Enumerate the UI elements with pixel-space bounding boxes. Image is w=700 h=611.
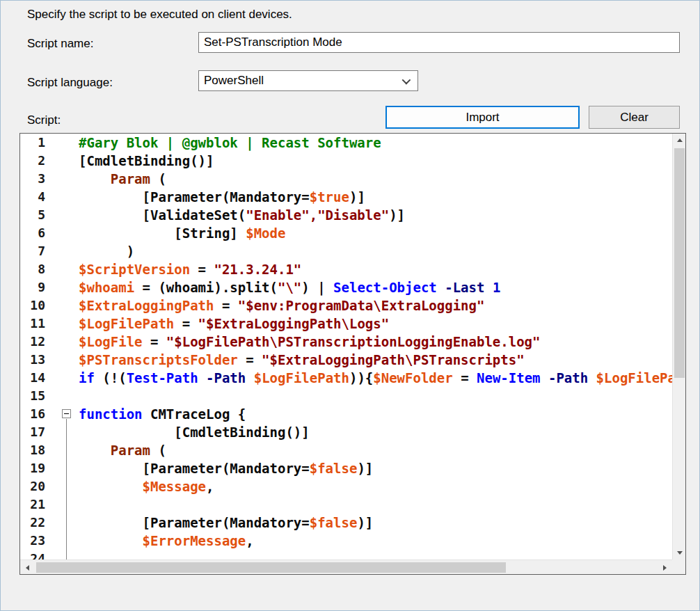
- import-button[interactable]: Import: [385, 106, 580, 129]
- line-number: 24: [20, 550, 55, 560]
- script-name-input[interactable]: [198, 32, 680, 53]
- fold-margin: [55, 459, 79, 477]
- code-line: 2[CmdletBinding()]: [20, 152, 672, 170]
- fold-margin: [55, 170, 79, 188]
- code-line: 11$LogFilePath = "$ExtraLoggingPath\Logs…: [20, 315, 672, 333]
- fold-margin: [55, 206, 79, 224]
- line-number: 23: [20, 532, 55, 550]
- code-text: function CMTraceLog {: [79, 405, 672, 423]
- code-text: Param (: [79, 441, 672, 459]
- fold-margin: [55, 188, 79, 206]
- fold-margin: [55, 333, 79, 351]
- code-line: 20 $Message,: [20, 477, 672, 495]
- chevron-down-icon: [402, 75, 411, 84]
- code-line: 7 ): [20, 242, 672, 260]
- code-text: $PSTranscriptsFolder = "$ExtraLoggingPat…: [79, 351, 672, 369]
- vertical-scrollbar[interactable]: [672, 134, 685, 560]
- line-number: 3: [20, 170, 55, 188]
- code-text: $ErrorMessage,: [79, 532, 672, 550]
- create-script-dialog: Specify the script to be executed on cli…: [0, 0, 700, 611]
- horizontal-scrollbar[interactable]: [20, 560, 672, 574]
- code-lines[interactable]: 1#Gary Blok | @gwblok | Recast Software2…: [20, 134, 672, 560]
- line-number: 1: [20, 134, 55, 152]
- code-text: $ScriptVersion = "21.3.24.1": [79, 260, 672, 278]
- fold-margin: [55, 351, 79, 369]
- scroll-down-button[interactable]: [673, 546, 686, 560]
- fold-margin[interactable]: [55, 405, 79, 423]
- arrow-up-icon: [677, 138, 683, 142]
- script-language-label: Script language:: [27, 76, 113, 90]
- fold-margin: [55, 423, 79, 441]
- dialog-instruction: Specify the script to be executed on cli…: [27, 8, 292, 22]
- horizontal-scrollbar-thumb[interactable]: [36, 562, 506, 573]
- code-line: 22 [Parameter(Mandatory=$false)]: [20, 514, 672, 532]
- line-number: 20: [20, 477, 55, 495]
- line-number: 10: [20, 296, 55, 315]
- code-text: [CmdletBinding()]: [79, 152, 672, 170]
- fold-margin: [55, 152, 79, 170]
- code-text: [Parameter(Mandatory=$false)]: [79, 459, 672, 477]
- code-text: Param (: [79, 170, 672, 188]
- fold-margin: [55, 134, 79, 152]
- code-text: [CmdletBinding()]: [79, 423, 672, 441]
- code-text: $LogFilePath = "$ExtraLoggingPath\Logs": [79, 315, 672, 333]
- code-line: 1#Gary Blok | @gwblok | Recast Software: [20, 134, 672, 152]
- vertical-scrollbar-thumb[interactable]: [674, 148, 685, 378]
- line-number: 8: [20, 260, 55, 278]
- arrow-left-icon: [26, 565, 29, 571]
- code-text: ): [79, 242, 672, 260]
- code-line: 19 [Parameter(Mandatory=$false)]: [20, 459, 672, 477]
- line-number: 22: [20, 514, 55, 532]
- code-text: $whoami = (whoami).split("\") | Select-O…: [79, 278, 672, 296]
- code-text: [79, 387, 672, 405]
- line-number: 12: [20, 333, 55, 351]
- code-line: 16function CMTraceLog {: [20, 405, 672, 423]
- code-line: 23 $ErrorMessage,: [20, 532, 672, 550]
- scroll-left-button[interactable]: [20, 560, 35, 575]
- code-line: 10$ExtraLoggingPath = "$env:ProgramData\…: [20, 296, 672, 315]
- code-line: 17 [CmdletBinding()]: [20, 423, 672, 441]
- line-number: 4: [20, 188, 55, 206]
- code-line: 4 [Parameter(Mandatory=$true)]: [20, 188, 672, 206]
- code-text: [ValidateSet("Enable","Disable")]: [79, 206, 672, 224]
- line-number: 2: [20, 152, 55, 170]
- code-text: [79, 550, 672, 560]
- arrow-right-icon: [663, 565, 667, 571]
- line-number: 17: [20, 423, 55, 441]
- fold-collapse-icon[interactable]: [62, 409, 71, 418]
- code-text: #Gary Blok | @gwblok | Recast Software: [79, 134, 672, 152]
- scroll-right-button[interactable]: [658, 560, 672, 575]
- code-text: [Parameter(Mandatory=$false)]: [79, 514, 672, 532]
- line-number: 15: [20, 387, 55, 405]
- code-line: 18 Param (: [20, 441, 672, 459]
- script-language-select[interactable]: PowerShell: [198, 70, 418, 91]
- fold-margin: [55, 315, 79, 333]
- arrow-down-icon: [677, 551, 683, 555]
- code-line: 6 [String] $Mode: [20, 224, 672, 242]
- fold-margin: [55, 495, 79, 514]
- script-editor[interactable]: 1#Gary Blok | @gwblok | Recast Software2…: [19, 133, 686, 575]
- fold-margin: [55, 369, 79, 387]
- code-line: 9$whoami = (whoami).split("\") | Select-…: [20, 278, 672, 296]
- fold-margin: [55, 387, 79, 405]
- code-line: 5 [ValidateSet("Enable","Disable")]: [20, 206, 672, 224]
- line-number: 16: [20, 405, 55, 423]
- script-language-value: PowerShell: [204, 74, 402, 88]
- fold-margin: [55, 296, 79, 315]
- script-name-label: Script name:: [27, 37, 93, 51]
- line-number: 21: [20, 495, 55, 514]
- fold-margin: [55, 550, 79, 560]
- code-line: 13$PSTranscriptsFolder = "$ExtraLoggingP…: [20, 351, 672, 369]
- code-line: 24: [20, 550, 672, 560]
- line-number: 7: [20, 242, 55, 260]
- code-text: [String] $Mode: [79, 224, 672, 242]
- line-number: 18: [20, 441, 55, 459]
- scroll-up-button[interactable]: [673, 134, 686, 147]
- fold-margin: [55, 441, 79, 459]
- clear-button[interactable]: Clear: [589, 106, 680, 129]
- line-number: 13: [20, 351, 55, 369]
- fold-margin: [55, 278, 79, 296]
- line-number: 19: [20, 459, 55, 477]
- code-text: $Message,: [79, 477, 672, 495]
- line-number: 11: [20, 315, 55, 333]
